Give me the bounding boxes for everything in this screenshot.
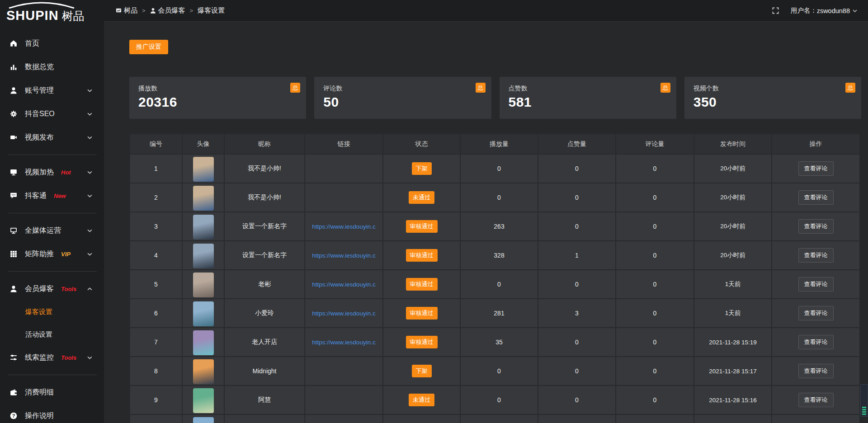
- sidebar-item[interactable]: 抖音SEO: [0, 102, 104, 126]
- stat-label: 视频个数: [693, 85, 852, 93]
- sidebar-subitem[interactable]: 活动设置: [0, 323, 104, 346]
- cell-nickname: 老人开店: [224, 328, 305, 357]
- video-link[interactable]: https://www.iesdouyin.c: [312, 281, 375, 288]
- username[interactable]: zswodun88: [817, 7, 850, 14]
- sidebar-item[interactable]: 首页: [0, 32, 104, 55]
- app-logo[interactable]: SHUPIN 树品: [0, 0, 104, 27]
- sidebar-item[interactable]: 消费明细: [0, 381, 104, 404]
- view-comments-button[interactable]: 查看评论: [798, 248, 834, 263]
- cell-likes: 0: [538, 328, 616, 357]
- screen-icon: [116, 8, 122, 14]
- stat-card: 评论数50总: [314, 77, 491, 119]
- cell-avatar: [182, 328, 224, 357]
- stat-value: 350: [693, 94, 852, 110]
- sidebar-item[interactable]: ?操作说明: [0, 404, 104, 423]
- cell-comments: 0: [616, 183, 694, 212]
- video-link[interactable]: https://www.iesdouyin.c: [312, 310, 375, 317]
- sidebar-item[interactable]: 线索监控Tools: [0, 346, 104, 369]
- sidebar: SHUPIN 树品 首页数据总览账号管理抖音SEO视频发布视频加热Hot抖客通N…: [0, 0, 104, 423]
- table-row: 4设置一个新名字https://www.iesdouyin.c审核通过32810…: [130, 241, 860, 270]
- cell-time: [694, 414, 772, 423]
- monitor-icon: [10, 227, 18, 234]
- sidebar-item[interactable]: 视频加热Hot: [0, 160, 104, 184]
- status-badge[interactable]: 未通过: [409, 191, 434, 204]
- cell-id: 8: [130, 357, 182, 385]
- content: 推广设置 播放数20316总评论数50总点赞数581总视频个数350总 编号头像…: [104, 22, 868, 423]
- status-badge[interactable]: 下架: [412, 365, 432, 377]
- table-row: 9阿慧未通过0002021-11-28 15:16查看评论: [130, 385, 860, 414]
- cell-plays: 328: [460, 241, 538, 270]
- cell-comments: 0: [616, 154, 694, 183]
- view-comments-button[interactable]: 查看评论: [798, 277, 834, 291]
- cell-time: 20小时前: [694, 154, 772, 183]
- floating-widget[interactable]: [860, 384, 868, 417]
- cell-plays: 263: [460, 212, 538, 241]
- view-comments-button[interactable]: 查看评论: [798, 393, 834, 407]
- cell-link: https://www.iesdouyin.c: [305, 328, 383, 357]
- breadcrumb-item[interactable]: 会员爆客: [150, 6, 185, 15]
- cell-plays: 0: [460, 357, 538, 385]
- status-badge[interactable]: 未通过: [409, 394, 434, 406]
- view-comments-button[interactable]: 查看评论: [798, 306, 834, 320]
- cell-link: https://www.iesdouyin.c: [305, 299, 383, 328]
- view-comments-button[interactable]: 查看评论: [798, 219, 834, 234]
- cell-likes: 0: [538, 270, 616, 299]
- view-comments-button[interactable]: 查看评论: [798, 364, 834, 378]
- cell-plays: 0: [460, 183, 538, 212]
- cell-time: 2021-11-28 15:16: [694, 385, 772, 414]
- cell-action: 查看评论: [772, 357, 860, 385]
- cell-action: 查看评论: [772, 299, 860, 328]
- sidebar-divider: [8, 271, 97, 272]
- status-badge[interactable]: 审核通过: [406, 249, 438, 262]
- column-header: 编号: [130, 134, 182, 154]
- stat-value: 20316: [138, 94, 297, 110]
- table-row: 2我不是小帅!未通过00020小时前查看评论: [130, 183, 860, 212]
- cell-likes: 0: [538, 183, 616, 212]
- sidebar-item[interactable]: 抖客通New: [0, 184, 104, 207]
- cell-time: 1天前: [694, 299, 772, 328]
- chevron-down-icon: [87, 253, 92, 256]
- breadcrumb-item[interactable]: 树品: [116, 6, 137, 15]
- video-link[interactable]: https://www.iesdouyin.c: [312, 223, 375, 230]
- stat-label: 评论数: [323, 85, 482, 93]
- cell-action: 查看评论: [772, 328, 860, 357]
- avatar: [193, 186, 214, 211]
- sidebar-item[interactable]: 全媒体运营: [0, 219, 104, 242]
- sidebar-item-label: 视频加热: [25, 168, 54, 177]
- column-header: 点赞量: [538, 134, 616, 154]
- chevron-down-icon[interactable]: [853, 9, 857, 12]
- status-badge[interactable]: 审核通过: [406, 307, 438, 320]
- topbar-right: 用户名： zswodun88: [772, 6, 857, 15]
- cell-status: [383, 414, 460, 423]
- sidebar-item[interactable]: 矩阵助推VIP: [0, 242, 104, 266]
- fullscreen-icon[interactable]: [772, 7, 779, 14]
- status-badge[interactable]: 审核通过: [406, 220, 438, 233]
- cell-link: https://www.iesdouyin.c: [305, 270, 383, 299]
- status-badge[interactable]: 审核通过: [406, 278, 438, 291]
- video-link[interactable]: https://www.iesdouyin.c: [312, 339, 375, 346]
- avatar: [193, 157, 214, 182]
- chevron-down-icon: [87, 194, 92, 197]
- sidebar-item-label: 线索监控: [25, 353, 54, 362]
- status-badge[interactable]: 下架: [412, 162, 432, 175]
- video-link[interactable]: https://www.iesdouyin.c: [312, 252, 375, 259]
- view-comments-button[interactable]: 查看评论: [798, 190, 834, 205]
- sidebar-item[interactable]: 账号管理: [0, 79, 104, 102]
- view-comments-button[interactable]: 查看评论: [798, 161, 834, 176]
- home-icon: [10, 40, 18, 47]
- avatar: [193, 244, 214, 268]
- promotion-settings-button[interactable]: 推广设置: [129, 40, 168, 54]
- view-comments-button[interactable]: 查看评论: [798, 335, 834, 349]
- cell-id: 6: [130, 299, 182, 328]
- sidebar-item[interactable]: 会员爆客Tools: [0, 277, 104, 301]
- cell-status: 下架: [383, 154, 460, 183]
- sidebar-subitem[interactable]: 爆客设置: [0, 301, 104, 323]
- sidebar-item[interactable]: 数据总览: [0, 55, 104, 79]
- cell-id: 3: [130, 212, 182, 241]
- status-badge[interactable]: 审核通过: [406, 336, 438, 348]
- stat-value: 50: [323, 94, 482, 110]
- wallet-icon: [10, 389, 18, 396]
- cell-comments: 0: [616, 328, 694, 357]
- breadcrumb-item[interactable]: 爆客设置: [198, 6, 225, 15]
- sidebar-item[interactable]: 视频发布: [0, 126, 104, 149]
